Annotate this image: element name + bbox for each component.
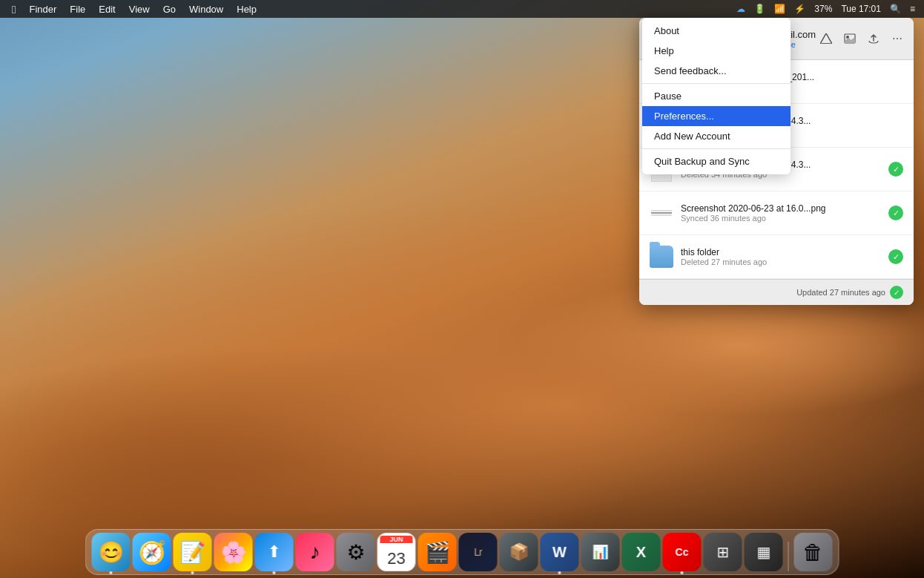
- launchpad-icon: ⊞: [716, 543, 729, 561]
- word-icon: W: [552, 544, 567, 561]
- sync-status-icon: ✓: [888, 206, 903, 220]
- sync-status-icon: ✓: [888, 249, 903, 264]
- vlc-icon: 🎬: [424, 540, 450, 565]
- bluetooth-icon[interactable]: ⚡: [791, 2, 808, 16]
- updated-text: Updated 27 minutes ago: [796, 288, 885, 297]
- app-active-dot: [681, 571, 684, 574]
- dock-item-photos[interactable]: 🌸: [214, 533, 253, 571]
- calendar-header: JUN: [380, 536, 413, 543]
- menu-item-send-feedback[interactable]: Send feedback...: [642, 61, 791, 81]
- more-icon-btn[interactable]: ⋯: [887, 28, 908, 49]
- menu-item-about[interactable]: About: [642, 21, 791, 41]
- lightroom-icon: Lr: [474, 546, 481, 558]
- dock-separator: [788, 542, 789, 571]
- folder-icon: [650, 243, 673, 271]
- dock-item-launchpad[interactable]: ⊞: [704, 533, 742, 571]
- appstore-icon: ⬆: [268, 542, 281, 562]
- menu-item-quit[interactable]: Quit Backup and Sync: [642, 151, 791, 171]
- file-info: this folder Deleted 27 minutes ago: [681, 247, 881, 266]
- menu-view[interactable]: View: [123, 2, 156, 16]
- backup-sync-icon[interactable]: ☁: [733, 2, 748, 16]
- excel-icon: X: [636, 544, 646, 561]
- calendar-date: 23: [387, 549, 405, 568]
- menubar:  Finder File Edit View Go Window Help ☁…: [0, 0, 924, 18]
- battery-percent: 37%: [811, 2, 835, 16]
- menu-item-help[interactable]: Help: [642, 41, 791, 61]
- dock-item-adobe[interactable]: Cc: [663, 533, 702, 571]
- app-active-dot: [191, 571, 194, 574]
- dock-item-lightroom[interactable]: Lr: [459, 533, 498, 571]
- dock-item-actmon[interactable]: 📊: [581, 533, 620, 571]
- photos-icon-btn[interactable]: [839, 28, 860, 49]
- file-name: Screenshot 2020-06-23 at 16.0...png: [681, 203, 881, 214]
- dock-item-safari[interactable]: 🧭: [133, 533, 171, 571]
- menu-finder[interactable]: Finder: [23, 2, 62, 16]
- archive-icon: 📦: [509, 542, 529, 562]
- dock-item-settings[interactable]: ⚙: [337, 533, 375, 571]
- menu-item-pause[interactable]: Pause: [642, 86, 791, 106]
- context-menu-separator-2: [642, 148, 791, 149]
- spaces-icon: ▦: [756, 543, 770, 561]
- sync-status-icon: ✓: [888, 162, 903, 177]
- footer-check-icon: ✓: [890, 286, 903, 299]
- menu-help[interactable]: Help: [231, 2, 263, 16]
- file-name: this folder: [681, 247, 881, 257]
- list-item[interactable]: this folder Deleted 27 minutes ago ✓: [639, 235, 914, 279]
- menu-edit[interactable]: Edit: [93, 2, 121, 16]
- photos-icon: 🌸: [220, 540, 246, 565]
- music-icon: ♪: [310, 540, 320, 564]
- dock-item-vlc[interactable]: 🎬: [418, 533, 457, 571]
- dock-item-spaces[interactable]: ▦: [745, 533, 783, 571]
- file-icon: [650, 199, 673, 227]
- trash-icon: 🗑: [803, 540, 824, 565]
- dock-item-archive[interactable]: 📦: [500, 533, 538, 571]
- menu-go[interactable]: Go: [157, 2, 182, 16]
- list-item[interactable]: Screenshot 2020-06-23 at 16.0...png Sync…: [639, 191, 914, 235]
- safari-icon: 🧭: [138, 539, 165, 565]
- dock-item-trash[interactable]: 🗑: [794, 533, 833, 571]
- svg-marker-7: [845, 38, 855, 43]
- clock: Tue 17:01: [838, 2, 884, 16]
- svg-marker-3: [820, 33, 832, 44]
- dock-item-appstore[interactable]: ⬆: [255, 533, 294, 571]
- menu-item-add-account[interactable]: Add New Account: [642, 126, 791, 146]
- wifi-icon[interactable]: 📶: [771, 2, 788, 16]
- search-icon[interactable]: 🔍: [887, 2, 904, 16]
- context-menu-separator-1: [642, 83, 791, 84]
- notes-icon: 📝: [179, 540, 205, 565]
- upload-icon-btn[interactable]: [863, 28, 884, 49]
- app-active-dot: [273, 571, 276, 574]
- dock-item-word[interactable]: W: [541, 533, 579, 571]
- actmon-icon: 📊: [593, 544, 609, 560]
- menu-file[interactable]: File: [64, 2, 91, 16]
- dock-item-finder[interactable]: 😊: [92, 533, 131, 571]
- adobe-icon: Cc: [676, 546, 689, 558]
- menu-item-preferences[interactable]: Preferences...: [642, 106, 791, 126]
- green-check-icon: ✓: [888, 206, 903, 220]
- file-status: Deleted 27 minutes ago: [681, 257, 881, 266]
- apple-menu[interactable]: : [6, 1, 22, 17]
- app-active-dot: [558, 571, 561, 574]
- dock-item-notes[interactable]: 📝: [174, 533, 212, 571]
- green-check-icon: ✓: [888, 162, 903, 177]
- finder-icon: 😊: [98, 540, 124, 565]
- battery-icon: 🔋: [751, 2, 768, 16]
- dock: 😊 🧭 📝 🌸 ⬆ ♪ ⚙ JUN 23 🎬 Lr 📦 W 📊 X: [85, 529, 839, 575]
- context-menu: About Help Send feedback... Pause Prefer…: [642, 18, 791, 174]
- green-check-icon: ✓: [888, 249, 903, 264]
- menubar-right: ☁ 🔋 📶 ⚡ 37% Tue 17:01 🔍 ≡: [733, 2, 918, 16]
- popup-header-icons: ⋯: [816, 28, 908, 49]
- dock-item-calendar[interactable]: JUN 23: [377, 533, 416, 571]
- settings-icon: ⚙: [346, 540, 365, 565]
- dock-item-music[interactable]: ♪: [296, 533, 334, 571]
- drive-icon-btn[interactable]: [816, 28, 836, 49]
- file-info: Screenshot 2020-06-23 at 16.0...png Sync…: [681, 203, 881, 223]
- dock-item-excel[interactable]: X: [622, 533, 661, 571]
- file-status: Synced 36 minutes ago: [681, 214, 881, 223]
- popup-footer: Updated 27 minutes ago ✓: [639, 279, 914, 305]
- menubar-left:  Finder File Edit View Go Window Help: [6, 1, 263, 17]
- app-active-dot: [110, 571, 113, 574]
- notification-icon[interactable]: ≡: [907, 2, 918, 16]
- menu-window[interactable]: Window: [183, 2, 229, 16]
